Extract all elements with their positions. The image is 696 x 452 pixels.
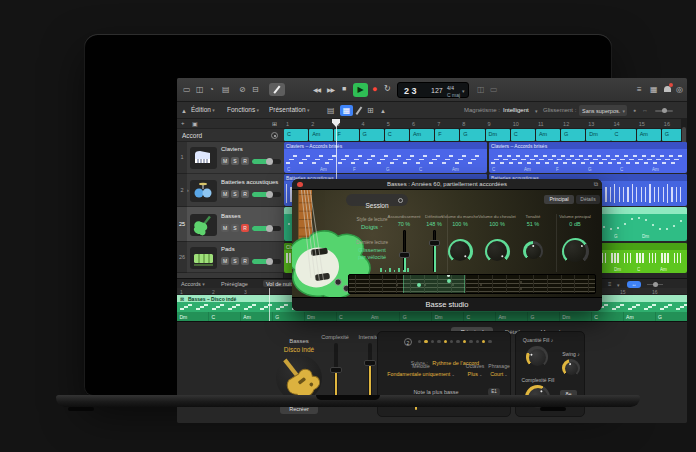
beat-dot[interactable] bbox=[418, 340, 421, 343]
editor-chord-cell[interactable]: C bbox=[464, 312, 495, 321]
region[interactable]: Claviers – Accords brisésCAmFGCAm bbox=[489, 142, 687, 173]
mute-button[interactable]: M bbox=[221, 190, 229, 198]
solo-button[interactable]: S bbox=[231, 190, 239, 198]
plugin-window[interactable]: Basses : Années 60, partiellement accord… bbox=[292, 179, 602, 311]
editor-chord-cell[interactable]: Am bbox=[241, 312, 272, 321]
plugin-knob-1[interactable] bbox=[485, 239, 510, 264]
tuner-icon[interactable]: ◫ bbox=[477, 86, 485, 94]
slider-handle[interactable] bbox=[330, 367, 342, 373]
catch-playhead-button[interactable]: ↔ bbox=[627, 281, 641, 288]
track-header-pads[interactable]: 26PadsMSR bbox=[177, 242, 284, 273]
plugin-titlebar[interactable]: Basses : Années 60, partiellement accord… bbox=[292, 179, 602, 190]
beat-dot[interactable] bbox=[482, 340, 485, 343]
mute-button[interactable]: M bbox=[221, 224, 229, 232]
add-track-icon[interactable]: + bbox=[181, 120, 185, 126]
beat-dot[interactable] bbox=[463, 340, 466, 343]
swing-knob[interactable] bbox=[562, 359, 580, 377]
chord-cell[interactable]: Dm bbox=[486, 129, 510, 141]
field-value-2[interactable]: Court ⌄ bbox=[488, 371, 510, 377]
duplicate-track-icon[interactable]: ▣ bbox=[192, 120, 198, 127]
record-button[interactable]: R bbox=[241, 190, 249, 198]
volume-slider[interactable] bbox=[252, 226, 281, 231]
preset-menu-icon[interactable] bbox=[398, 198, 403, 203]
editor-chord-cell[interactable]: C bbox=[209, 312, 240, 321]
chord-cell[interactable]: C bbox=[611, 129, 635, 141]
play-button[interactable]: ▶ bbox=[353, 83, 368, 97]
beat-dot[interactable] bbox=[437, 340, 440, 343]
beat-count-badge[interactable]: 2 bbox=[404, 338, 412, 346]
link-icon[interactable]: ⧉ bbox=[594, 181, 598, 188]
mute-button[interactable]: M bbox=[221, 257, 229, 265]
slider-handle[interactable] bbox=[364, 360, 376, 366]
beat-dot[interactable] bbox=[431, 340, 434, 343]
pencil-tool-icon[interactable] bbox=[356, 106, 362, 114]
up-arrow-icon[interactable]: ▲ bbox=[181, 108, 187, 114]
disclosure-triangle-icon[interactable]: › bbox=[187, 187, 189, 193]
chord-cell[interactable]: G bbox=[360, 129, 384, 141]
pencil-mode-button[interactable] bbox=[269, 83, 285, 96]
forward-button[interactable]: ▶▶ bbox=[327, 86, 334, 93]
editor-chord-cell[interactable]: Dm bbox=[560, 312, 591, 321]
solo-button[interactable]: S bbox=[231, 224, 239, 232]
rewind-button[interactable]: ◀◀ bbox=[313, 86, 320, 93]
bar-ruler[interactable]: 12345678910111213141516 bbox=[284, 119, 687, 129]
beat-dot[interactable] bbox=[424, 340, 427, 343]
chord-cell[interactable]: G bbox=[460, 129, 484, 141]
beat-dot[interactable] bbox=[476, 340, 479, 343]
list-editors-icon[interactable]: ≡ bbox=[637, 85, 642, 94]
erase-icon[interactable]: ⊘ bbox=[239, 85, 246, 94]
zoom-slider-thumb[interactable] bbox=[662, 108, 667, 113]
chord-cell[interactable]: C bbox=[511, 129, 535, 141]
beat-dot[interactable] bbox=[450, 340, 453, 343]
editor-tab-2[interactable]: Vol de nuit bbox=[263, 280, 295, 287]
snap-chevron-icon[interactable]: ▾ bbox=[535, 108, 538, 114]
header-options-icon[interactable]: ⊞ bbox=[272, 120, 277, 127]
record-button[interactable]: R bbox=[241, 157, 249, 165]
chord-cell[interactable]: Am bbox=[309, 129, 333, 141]
editor-zoom-thumb[interactable] bbox=[653, 282, 658, 287]
volume-knob[interactable] bbox=[266, 158, 273, 165]
mixer-icon[interactable]: ◫ bbox=[196, 85, 204, 94]
master-icon[interactable]: ▭ bbox=[490, 86, 498, 94]
menu-presentation[interactable]: Présentation ▾ bbox=[269, 106, 309, 113]
import-icon[interactable]: ▲ bbox=[380, 108, 386, 114]
beat-dot[interactable] bbox=[488, 340, 491, 343]
editor-chord-cell[interactable]: C bbox=[337, 312, 368, 321]
link-range-icon[interactable]: ↔ bbox=[642, 107, 648, 113]
mute-button[interactable]: M bbox=[221, 157, 229, 165]
plugin-knob-3[interactable] bbox=[562, 238, 589, 265]
editor-chord-cell[interactable]: Am bbox=[624, 312, 655, 321]
editor-tab-1[interactable]: Préréglage bbox=[221, 281, 248, 287]
editor-chord-cell[interactable]: G bbox=[400, 312, 431, 321]
track-header-drums[interactable]: 2›Batteries acoustiquesMSR bbox=[177, 174, 284, 207]
solo-button[interactable]: S bbox=[231, 257, 239, 265]
region[interactable]: Claviers – Accords brisésCAmFGCAm bbox=[284, 142, 487, 173]
display-icon[interactable]: ▤ bbox=[222, 85, 230, 94]
chord-cell[interactable]: F bbox=[435, 129, 459, 141]
track-header-piano[interactable]: 1ClaviersMSR bbox=[177, 142, 284, 174]
solo-button[interactable]: S bbox=[231, 157, 239, 165]
notifications-bell-icon[interactable] bbox=[664, 86, 671, 92]
volume-slider[interactable] bbox=[252, 159, 281, 164]
cycle-button[interactable]: ↻ bbox=[384, 84, 391, 93]
view-list-icon[interactable]: ▤ bbox=[327, 107, 335, 115]
preset-selector[interactable]: Session bbox=[346, 194, 408, 206]
editor-chord-cell[interactable]: Dm bbox=[305, 312, 336, 321]
chord-cell[interactable]: Am bbox=[536, 129, 560, 141]
menu-edition[interactable]: Édition ▾ bbox=[191, 106, 215, 113]
editor-chord-cell[interactable]: G bbox=[528, 312, 559, 321]
field-value-1[interactable]: Plus ⌄ bbox=[462, 371, 488, 377]
chord-cell[interactable]: G bbox=[561, 129, 585, 141]
editor-chord-cell[interactable]: Am bbox=[496, 312, 527, 321]
editor-tab-0[interactable]: Accords ▾ bbox=[181, 281, 205, 287]
clock-icon[interactable]: ◔ bbox=[209, 85, 214, 94]
plugin-slider-1[interactable] bbox=[433, 230, 436, 272]
plugin-tab-details[interactable]: Détails bbox=[576, 195, 600, 204]
track-header-bass[interactable]: 25BassesMSR bbox=[177, 207, 284, 242]
chord-cell[interactable]: Dm bbox=[586, 129, 610, 141]
beat-dot[interactable] bbox=[444, 340, 447, 343]
chord-cell[interactable]: C bbox=[284, 129, 308, 141]
volume-slider[interactable] bbox=[252, 259, 281, 264]
plugin-knob-2[interactable] bbox=[523, 241, 543, 261]
settings-icon[interactable]: ◎ bbox=[676, 85, 683, 94]
